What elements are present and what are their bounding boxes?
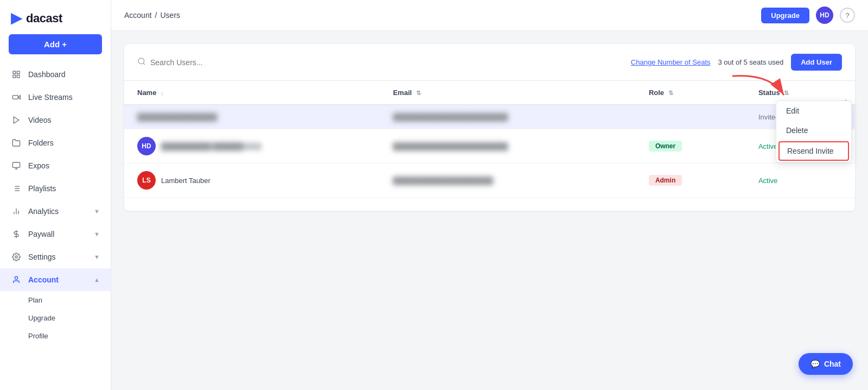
user-name: Lambert Tauber [161, 177, 210, 185]
svg-rect-1 [17, 71, 20, 74]
dropdown-menu: Edit Delete Resend Invite [776, 100, 852, 162]
sort-icon-email: ⇅ [416, 90, 421, 96]
dollar-icon [11, 229, 22, 240]
chevron-down-icon: ▼ [94, 231, 100, 237]
topbar-actions: Upgrade HD ? [761, 7, 855, 24]
user-email-cell: ███████████████████████ [380, 105, 635, 129]
user-role-cell: Owner [636, 129, 745, 163]
breadcrumb-separator: / [155, 11, 157, 20]
user-email-blurred: ████████████████████ [393, 177, 493, 185]
user-status-cell: Active [745, 163, 855, 198]
avatar[interactable]: HD [816, 7, 833, 24]
svg-point-22 [138, 58, 144, 64]
sidebar-item-account[interactable]: Account ▲ [0, 268, 111, 291]
video-icon [11, 92, 22, 103]
svg-rect-3 [17, 75, 20, 78]
chevron-down-icon: ▼ [94, 254, 100, 260]
search-right: Change Number of Seats 3 out of 5 seats … [631, 54, 842, 71]
user-email-blurred: ███████████████████████ [393, 113, 508, 121]
sidebar-item-analytics[interactable]: Analytics ▼ [0, 200, 111, 223]
user-name-cell: ████████████████ [124, 105, 380, 129]
sidebar-item-dashboard[interactable]: Dashboard [0, 63, 111, 86]
search-input[interactable] [150, 58, 624, 67]
sidebar-sub-item-upgrade[interactable]: Upgrade [0, 309, 111, 327]
sidebar-item-settings[interactable]: Settings ▼ [0, 246, 111, 268]
chat-icon: 💬 [810, 360, 820, 368]
breadcrumb-parent: Account [124, 11, 152, 20]
col-name[interactable]: Name ↓ [124, 81, 380, 105]
sidebar-item-label: Dashboard [28, 70, 66, 79]
svg-line-23 [143, 63, 145, 65]
help-icon[interactable]: ? [840, 8, 855, 23]
sidebar-item-live-streams[interactable]: Live Streams [0, 86, 111, 109]
status-badge: Active [758, 177, 777, 185]
table-row: HD ██████████ ██████ (You) █████████████… [124, 129, 855, 163]
breadcrumb-current: Users [160, 11, 180, 20]
user-name-cell: LS Lambert Tauber [124, 163, 380, 198]
chat-button[interactable]: 💬 Chat [799, 353, 853, 375]
user-name-cell: HD ██████████ ██████ (You) [124, 129, 380, 163]
avatar: HD [137, 137, 156, 155]
breadcrumb: Account / Users [124, 11, 180, 20]
sidebar-sub-item-plan[interactable]: Plan [0, 291, 111, 309]
user-email-blurred: ███████████████████████ [393, 142, 508, 150]
table-row: ████████████████ ███████████████████████… [124, 105, 855, 129]
search-icon [137, 57, 146, 68]
svg-rect-4 [12, 96, 18, 99]
play-icon [11, 115, 22, 125]
sidebar-item-label: Analytics [28, 207, 59, 216]
users-table: Name ↓ Email ⇅ Role ⇅ [124, 81, 855, 198]
user-email-cell: ████████████████████ [380, 163, 635, 198]
logo-text: dacast [26, 11, 62, 26]
sidebar-item-label: Videos [28, 116, 52, 124]
role-badge: Admin [649, 175, 682, 186]
svg-rect-0 [13, 71, 16, 74]
svg-rect-2 [13, 75, 16, 78]
sidebar-item-label: Playlists [28, 184, 56, 193]
sidebar-item-label: Expos [28, 161, 49, 170]
content-inner: Change Number of Seats 3 out of 5 seats … [124, 44, 855, 211]
sort-icon-role: ⇅ [668, 90, 673, 96]
topbar: Account / Users Upgrade HD ? [111, 0, 868, 31]
user-name-blurred: ██████████ ██████ (You) [161, 142, 261, 150]
search-left [137, 57, 624, 68]
svg-point-21 [15, 276, 17, 279]
dropdown-edit[interactable]: Edit [776, 101, 851, 121]
user-email-cell: ███████████████████████ [380, 129, 635, 163]
user-role-cell: Admin [636, 163, 745, 198]
logo: ▶ dacast [0, 0, 111, 34]
chevron-up-icon: ▲ [94, 276, 100, 283]
sidebar-item-label: Folders [28, 139, 54, 147]
bar-chart-icon [11, 206, 22, 217]
col-role[interactable]: Role ⇅ [636, 81, 745, 105]
sidebar-item-expos[interactable]: Expos [0, 154, 111, 177]
folder-icon [11, 137, 22, 148]
sidebar-item-videos[interactable]: Videos [0, 109, 111, 131]
role-badge: Owner [649, 141, 682, 152]
user-role-cell [636, 105, 745, 129]
change-seats-link[interactable]: Change Number of Seats [631, 58, 711, 66]
sidebar-item-paywall[interactable]: Paywall ▼ [0, 223, 111, 246]
search-bar: Change Number of Seats 3 out of 5 seats … [124, 44, 855, 81]
monitor-icon [11, 160, 22, 171]
sort-icon-status: ⇅ [784, 90, 789, 96]
upgrade-button[interactable]: Upgrade [761, 8, 809, 23]
chevron-down-icon: ▼ [94, 208, 100, 215]
svg-rect-7 [12, 162, 20, 167]
user-icon [11, 274, 22, 285]
sidebar-sub-item-profile[interactable]: Profile [0, 327, 111, 345]
sidebar-item-label: Paywall [28, 230, 54, 238]
table-header-row: Name ↓ Email ⇅ Role ⇅ [124, 81, 855, 105]
dropdown-delete[interactable]: Delete [776, 121, 851, 140]
svg-point-20 [15, 256, 17, 258]
avatar: LS [137, 171, 156, 190]
sidebar-item-folders[interactable]: Folders [0, 131, 111, 154]
add-user-button[interactable]: Add User [791, 54, 842, 71]
content: Change Number of Seats 3 out of 5 seats … [111, 31, 868, 390]
sidebar-item-playlists[interactable]: Playlists [0, 177, 111, 200]
table-row: LS Lambert Tauber ████████████████████ A… [124, 163, 855, 198]
col-email[interactable]: Email ⇅ [380, 81, 635, 105]
add-button[interactable]: Add + [9, 34, 102, 54]
sidebar-item-label: Account [28, 275, 59, 284]
dropdown-resend-invite[interactable]: Resend Invite [778, 141, 849, 161]
